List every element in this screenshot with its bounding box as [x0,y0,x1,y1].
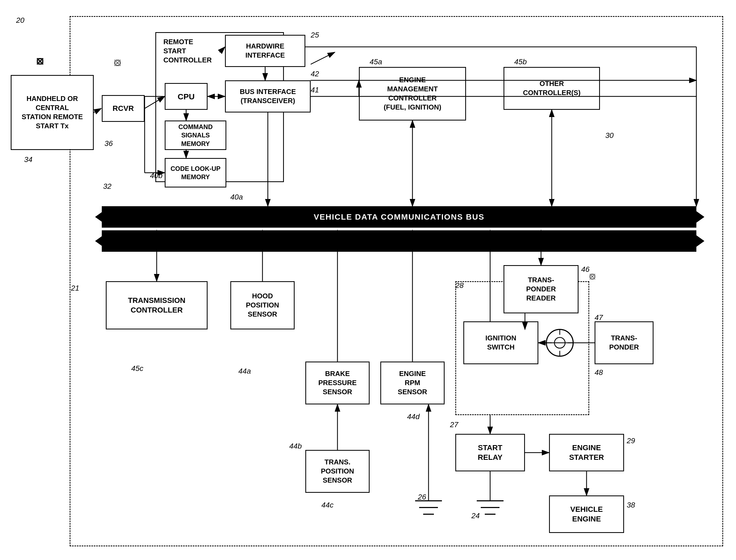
vehicle-engine-box: VEHICLEENGINE [549,495,624,533]
ref-45a: 45a [370,58,382,66]
vehicle-data-bus-bar: VEHICLE DATA COMMUNICATIONS BUS [102,206,696,228]
other-controllers-box: OTHERCONTROLLER(S) [504,67,600,110]
ref-29: 29 [627,437,635,445]
ref-38: 38 [627,501,635,509]
ref-44a: 44a [238,367,251,375]
ref-36: 36 [104,139,113,148]
bus-arrow-left [95,210,104,224]
ref-27: 27 [450,420,458,429]
engine-rpm-sensor-box: ENGINERPMSENSOR [380,362,445,404]
brake-pressure-sensor-box: BRAKEPRESSURESENSOR [305,362,370,404]
ref-32: 32 [103,182,111,191]
ref-25: 25 [311,31,319,39]
ref-24: 24 [471,512,480,520]
ref-21: 21 [71,284,79,292]
start-relay-box: STARTRELAY [455,434,525,471]
ref-44c: 44c [321,501,333,509]
rcvr-box: RCVR [102,95,145,122]
ref-45c: 45c [131,364,143,373]
ref-20: 20 [16,16,24,25]
hood-position-sensor-box: HOODPOSITIONSENSOR [230,281,295,329]
remote-start-controller-label: REMOTESTARTCONTROLLER [163,37,217,65]
svg-point-5 [554,337,565,348]
transmission-controller-box: TRANSMISSIONCONTROLLER [106,281,208,329]
engine-starter-box: ENGINESTARTER [549,434,624,471]
ref-44b: 44b [289,442,302,450]
ref-26: 26 [418,493,426,501]
bus-arrow-right2 [695,234,704,248]
ref-41: 41 [311,86,319,94]
engine-management-box: ENGINEMANAGEMENTCONTROLLER(FUEL, IGNITIO… [359,67,466,121]
ref-40b: 40b [150,171,163,180]
ref-30: 30 [605,131,614,140]
ref-42: 42 [311,70,319,78]
transponder-reader-box: TRANS-PONDERREADER [504,265,579,313]
transponder-box: TRANS-PONDER [595,321,654,364]
antenna-transponder-reader: ⦻ [588,270,598,282]
ref-44d: 44d [407,412,420,421]
vehicle-data-bus-bar2 [102,230,696,252]
bus-arrow-left2 [95,234,104,248]
ref-48: 48 [595,368,603,377]
key-svg [541,327,579,359]
ignition-switch-box: IGNITIONSWITCH [463,321,538,364]
ref-34: 34 [24,155,32,164]
ref-40a: 40a [230,193,243,201]
ref-47: 47 [595,313,603,322]
hardwire-interface-box: HARDWIREINTERFACE [225,35,305,67]
trans-position-sensor-box: TRANS.POSITIONSENSOR [305,450,370,493]
ref-28: 28 [455,281,464,290]
ignition-key-symbol [541,327,579,359]
vehicle-data-bus-label: VEHICLE DATA COMMUNICATIONS BUS [314,212,485,221]
code-lookup-memory-box: CODE LOOK-UPMEMORY [165,158,226,187]
cpu-box: CPU [165,83,208,110]
antenna-handheld: ⦻ [35,55,46,67]
diagram: 20 21 HANDHELD ORCENTRALSTATION REMOTEST… [0,0,736,560]
bus-interface-box: BUS INTERFACE(TRANSCEIVER) [225,80,311,112]
bus-arrow-right [695,210,704,224]
antenna-rcvr: ⦻ [112,56,123,68]
ref-45b: 45b [514,58,527,66]
handheld-box: HANDHELD ORCENTRALSTATION REMOTESTART Tx [11,75,94,150]
command-signals-memory-box: COMMANDSIGNALSMEMORY [165,121,226,150]
